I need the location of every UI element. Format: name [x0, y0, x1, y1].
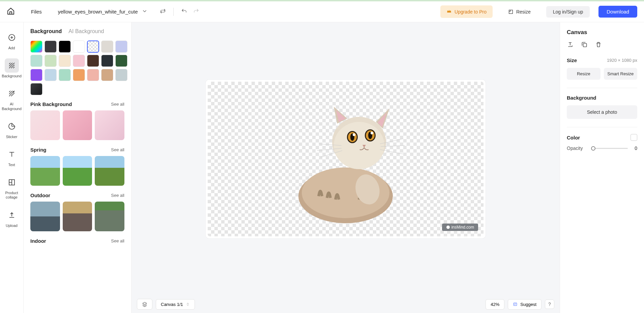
bg-thumb-pink-2[interactable]: [63, 110, 92, 140]
see-all-pink[interactable]: See all: [111, 102, 124, 107]
sidebar-item-add[interactable]: Add: [1, 28, 22, 53]
bg-thumb-outdoor-3[interactable]: [95, 202, 124, 231]
download-button[interactable]: Download: [598, 6, 637, 18]
background-icon: [5, 58, 19, 73]
upgrade-button-label: Upgrade to Pro: [455, 9, 487, 15]
canvas-pager[interactable]: Canvas 1/1: [156, 299, 195, 310]
bg-thumb-spring-3[interactable]: [95, 156, 124, 186]
swatch-rainbow[interactable]: [30, 41, 42, 53]
trash-icon[interactable]: [595, 41, 602, 48]
help-button[interactable]: ?: [545, 299, 554, 309]
copy-icon[interactable]: [581, 41, 588, 48]
zoom-indicator[interactable]: 42%: [486, 299, 504, 310]
sidebar-item-text[interactable]: Text: [1, 145, 22, 170]
right-panel-title: Canvas: [567, 29, 637, 36]
opacity-value: 0: [632, 146, 637, 151]
bg-thumb-pink-1[interactable]: [30, 110, 60, 140]
canvas-frame: insMind.com: [206, 80, 486, 238]
swatch-orange[interactable]: [73, 69, 85, 81]
home-icon[interactable]: [7, 7, 15, 17]
canvas-subject-cat[interactable]: [282, 92, 410, 227]
swatch-sage[interactable]: [45, 55, 57, 67]
sidebar-item-label: Sticker: [6, 135, 18, 139]
category-title-outdoor: Outdoor: [30, 192, 50, 198]
tab-ai-background[interactable]: AI Background: [68, 28, 104, 34]
size-label: Size: [567, 57, 577, 63]
svg-point-11: [353, 133, 355, 136]
tab-background[interactable]: Background: [30, 28, 62, 34]
swatch-pink[interactable]: [73, 55, 85, 67]
login-button[interactable]: Log in/Sign up: [546, 6, 590, 18]
opacity-label: Opacity: [567, 146, 587, 151]
select-photo-button[interactable]: Select a photo: [567, 105, 637, 119]
sidebar-item-label: AI Background: [2, 102, 22, 111]
swatch-tan[interactable]: [101, 69, 113, 81]
swatch-purple[interactable]: [30, 69, 42, 81]
swatch-lavender[interactable]: [115, 41, 127, 53]
layers-button[interactable]: [137, 299, 152, 310]
chevron-down-icon[interactable]: [142, 8, 148, 16]
redo-icon: [193, 8, 199, 16]
filename[interactable]: yellow_eyes_brown_white_fur_cute: [58, 9, 138, 15]
swatch-brown[interactable]: [87, 55, 99, 67]
resize-button-label: Resize: [516, 9, 531, 15]
swatch-rose[interactable]: [87, 69, 99, 81]
bg-thumb-spring-2[interactable]: [63, 156, 92, 186]
svg-point-15: [371, 132, 373, 134]
right-panel: Canvas Size 1920 × 1080 px Resize Smart …: [560, 22, 644, 313]
swatch-mint[interactable]: [30, 55, 42, 67]
see-all-outdoor[interactable]: See all: [111, 193, 124, 198]
svg-rect-0: [509, 10, 513, 14]
upgrade-button[interactable]: Upgrade to Pro: [440, 5, 493, 18]
swatch-seafoam[interactable]: [59, 69, 71, 81]
smart-resize-button[interactable]: Smart Resize: [604, 68, 638, 80]
swatch-navy[interactable]: [101, 55, 113, 67]
plus-icon: [5, 30, 19, 45]
resize-button[interactable]: Resize: [567, 68, 601, 80]
canvas-viewport[interactable]: insMind.com: [131, 22, 560, 295]
category-title-pink: Pink Background: [30, 101, 72, 107]
undo-icon[interactable]: [181, 8, 187, 16]
watermark-text: insMind.com: [451, 225, 474, 230]
svg-rect-18: [583, 44, 587, 47]
suggest-button-label: Suggest: [520, 302, 536, 307]
swatch-dark-gray[interactable]: [45, 41, 57, 53]
swatch-white[interactable]: [73, 41, 85, 53]
swatch-transparent[interactable]: [87, 41, 99, 53]
background-panel: Background AI Background Pink Background…: [24, 22, 131, 313]
swatch-sky[interactable]: [45, 69, 57, 81]
sidebar-item-sticker[interactable]: Sticker: [1, 116, 22, 142]
sidebar-item-product-collage[interactable]: Product collage: [1, 173, 22, 202]
sync-icon[interactable]: [160, 8, 166, 16]
see-all-indoor[interactable]: See all: [111, 238, 124, 243]
see-all-spring[interactable]: See all: [111, 147, 124, 152]
swatch-forest[interactable]: [115, 55, 127, 67]
bring-front-icon[interactable]: [567, 41, 574, 48]
suggest-button[interactable]: Suggest: [508, 299, 541, 310]
icon-sidebar: Add Background AI Background Sticker Tex…: [0, 22, 24, 313]
color-swatch-button[interactable]: [631, 134, 637, 141]
swatch-slate[interactable]: [115, 69, 127, 81]
swatch-light-gray[interactable]: [101, 41, 113, 53]
swatch-cream[interactable]: [59, 55, 71, 67]
bg-thumb-pink-3[interactable]: [95, 110, 124, 140]
swatch-charcoal-grad[interactable]: [30, 83, 42, 95]
sidebar-item-upload[interactable]: Upload: [1, 205, 22, 231]
canvas-checker: insMind.com: [208, 82, 484, 236]
canvas-bottom-bar: Canvas 1/1 42% Suggest ?: [131, 295, 560, 313]
canvas-pager-label: Canvas 1/1: [161, 302, 183, 307]
crown-icon: [446, 8, 452, 15]
svg-rect-17: [514, 303, 517, 306]
files-link[interactable]: Files: [31, 9, 42, 15]
sidebar-item-ai-background[interactable]: AI Background: [1, 84, 22, 113]
watermark: insMind.com: [442, 224, 478, 231]
bg-thumb-outdoor-1[interactable]: [30, 202, 60, 231]
sidebar-item-background[interactable]: Background: [1, 56, 22, 81]
resize-button-top[interactable]: Resize: [501, 6, 537, 18]
upload-icon: [5, 208, 19, 222]
color-label: Color: [567, 135, 580, 140]
opacity-slider[interactable]: [591, 148, 628, 149]
bg-thumb-spring-1[interactable]: [30, 156, 60, 186]
bg-thumb-outdoor-2[interactable]: [63, 202, 92, 231]
swatch-black[interactable]: [59, 41, 71, 53]
